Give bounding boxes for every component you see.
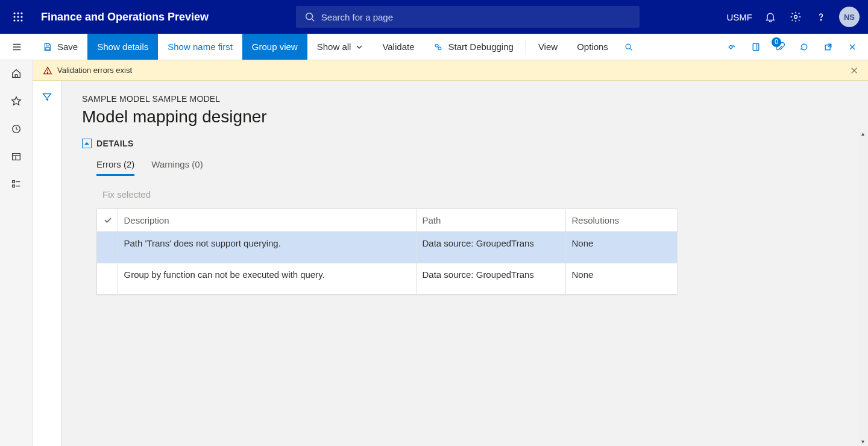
col-resolutions[interactable]: Resolutions xyxy=(565,209,677,232)
popout-button[interactable] xyxy=(817,34,839,60)
warning-icon xyxy=(43,66,52,75)
global-search[interactable] xyxy=(296,6,640,28)
separator xyxy=(526,39,526,55)
row-resolutions: None xyxy=(565,232,677,263)
app-launcher-icon[interactable] xyxy=(7,6,29,28)
row-path: Data source: GroupedTrans xyxy=(416,232,565,263)
nav-modules-icon[interactable] xyxy=(9,177,24,192)
row-select-cell[interactable] xyxy=(97,232,118,263)
user-avatar[interactable]: NS xyxy=(839,7,860,27)
global-search-input[interactable] xyxy=(321,12,631,22)
svg-point-26 xyxy=(47,72,48,73)
svg-point-5 xyxy=(20,16,22,17)
row-path: Data source: GroupedTrans xyxy=(416,263,565,295)
table-row[interactable]: Group by function can not be executed wi… xyxy=(97,263,677,295)
checkmark-icon xyxy=(103,215,112,225)
details-tabs: Errors (2) Warnings (0) xyxy=(96,159,848,176)
svg-point-1 xyxy=(17,12,19,14)
svg-point-11 xyxy=(794,16,797,19)
details-section-header[interactable]: DETAILS xyxy=(82,139,848,148)
nav-workspaces-icon[interactable] xyxy=(9,149,24,164)
save-label: Save xyxy=(57,42,78,52)
tab-warnings[interactable]: Warnings (0) xyxy=(151,159,203,176)
svg-line-10 xyxy=(312,19,314,22)
validate-button[interactable]: Validate xyxy=(373,34,424,60)
left-nav-rail xyxy=(0,60,33,446)
col-path[interactable]: Path xyxy=(416,209,565,232)
svg-rect-33 xyxy=(13,181,15,183)
svg-point-19 xyxy=(626,44,631,49)
global-header: Finance and Operations Preview USMF NS xyxy=(0,0,868,34)
debug-icon xyxy=(433,42,443,52)
view-menu[interactable]: View xyxy=(529,34,567,60)
app-title: Finance and Operations Preview xyxy=(41,11,209,24)
page-title: Model mapping designer xyxy=(82,107,848,127)
svg-point-8 xyxy=(20,19,22,21)
message-text: Validation errors exist xyxy=(57,66,132,75)
svg-point-4 xyxy=(17,16,19,17)
attachments-button[interactable]: 0 xyxy=(769,34,791,60)
row-resolutions: None xyxy=(565,263,677,295)
tab-errors[interactable]: Errors (2) xyxy=(96,159,134,176)
action-pane-right: 0 xyxy=(721,34,868,60)
filter-icon[interactable] xyxy=(42,92,52,446)
col-description[interactable]: Description xyxy=(118,209,416,232)
breadcrumb: SAMPLE MODEL SAMPLE MODEL xyxy=(82,94,848,104)
row-description: Path 'Trans' does not support querying. xyxy=(118,232,416,263)
nav-collapse-toggle[interactable] xyxy=(0,34,33,60)
show-all-dropdown[interactable]: Show all xyxy=(307,34,373,60)
start-debugging-button[interactable]: Start Debugging xyxy=(424,34,523,60)
group-view-button[interactable]: Group view xyxy=(242,34,307,60)
company-picker[interactable]: USMF xyxy=(727,12,753,22)
save-button[interactable]: Save xyxy=(33,34,87,60)
show-details-button[interactable]: Show details xyxy=(87,34,158,60)
svg-line-20 xyxy=(630,48,632,50)
table-row[interactable]: Path 'Trans' does not support querying.D… xyxy=(97,232,677,263)
svg-point-7 xyxy=(17,19,19,21)
refresh-button[interactable] xyxy=(793,34,815,60)
notifications-icon[interactable] xyxy=(763,10,778,24)
find-button[interactable] xyxy=(618,34,640,60)
show-name-first-button[interactable]: Show name first xyxy=(158,34,242,60)
help-icon[interactable] xyxy=(814,10,828,24)
svg-point-3 xyxy=(13,16,15,17)
row-description: Group by function can not be executed wi… xyxy=(118,263,416,295)
action-pane: Save Show details Show name first Group … xyxy=(33,34,868,60)
save-icon xyxy=(43,42,52,52)
svg-rect-16 xyxy=(46,47,49,49)
scroll-up-icon[interactable]: ▴ xyxy=(861,129,864,138)
main-content: SAMPLE MODEL SAMPLE MODEL Model mapping … xyxy=(61,81,868,446)
filter-rail xyxy=(33,81,61,446)
col-select[interactable] xyxy=(97,209,118,232)
personalize-icon[interactable] xyxy=(721,34,743,60)
nav-recent-icon[interactable] xyxy=(9,122,24,136)
close-button[interactable] xyxy=(841,34,863,60)
svg-rect-30 xyxy=(13,154,20,160)
message-bar: Validation errors exist xyxy=(33,60,868,81)
attachments-badge: 0 xyxy=(772,37,781,47)
collapse-icon xyxy=(82,139,92,148)
message-close-button[interactable] xyxy=(850,66,858,75)
fix-selected-button[interactable]: Fix selected xyxy=(102,189,151,199)
svg-rect-34 xyxy=(13,185,15,187)
chevron-down-icon xyxy=(356,43,363,51)
settings-icon[interactable] xyxy=(788,10,803,24)
row-select-cell[interactable] xyxy=(97,263,118,295)
nav-home-icon[interactable] xyxy=(9,66,24,81)
nav-favorites-icon[interactable] xyxy=(9,94,24,108)
search-icon xyxy=(304,11,315,22)
svg-point-6 xyxy=(13,19,15,21)
scroll-down-icon[interactable]: ▾ xyxy=(861,437,864,446)
svg-point-0 xyxy=(13,12,15,14)
svg-point-2 xyxy=(20,12,22,14)
svg-point-9 xyxy=(306,13,312,20)
header-right: USMF NS xyxy=(727,7,860,27)
page-options-icon[interactable] xyxy=(745,34,767,60)
errors-grid: Description Path Resolutions Path 'Trans… xyxy=(96,209,678,295)
svg-rect-21 xyxy=(753,43,759,50)
details-caption: DETAILS xyxy=(96,139,134,148)
svg-point-12 xyxy=(820,19,821,20)
vertical-scrollbar[interactable]: ▴ ▾ xyxy=(858,129,868,446)
options-menu[interactable]: Options xyxy=(567,34,618,60)
